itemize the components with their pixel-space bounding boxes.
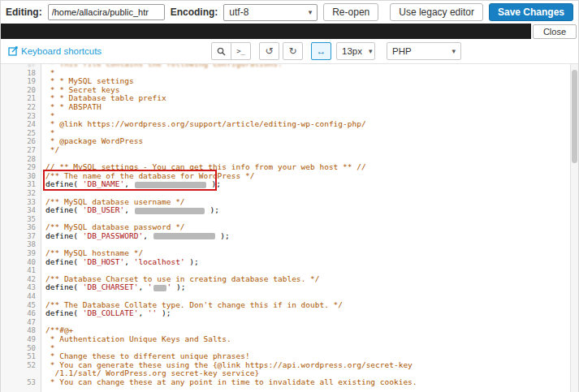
code-line: 40define( 'DB_HOST', 'localhost' ); <box>1 258 578 267</box>
line-number: 35 <box>1 215 41 224</box>
line-number: 37 <box>1 232 41 241</box>
code-token: define( <box>45 205 83 214</box>
line-number: 43 <box>1 283 41 292</box>
line-number: 41 <box>1 266 41 275</box>
code-editor[interactable]: 17 * This file contains the following co… <box>1 64 578 392</box>
code-token: * Authentication Unique Keys and Salts. <box>45 334 231 343</box>
code-token: /** The name of the database for WordPre… <box>45 171 254 180</box>
line-number: 23 <box>1 112 41 121</box>
console-icon: >_ <box>236 47 245 55</box>
line-number: 17 <box>1 64 41 69</box>
code-text: * You can change these at any point in t… <box>41 378 417 387</box>
line-number: 50 <box>1 344 41 353</box>
redo-icon: ↻ <box>289 45 297 57</box>
code-token: * <box>45 111 54 120</box>
code-text: define( 'DB_NAME', ); <box>41 180 221 189</box>
code-token: * * Database table prefix <box>45 93 166 102</box>
code-line: 26 * @package WordPress <box>1 137 578 146</box>
toolbar-controls: >_ ↺ ↻ ↔ 13px ▾ PHP ▾ <box>211 42 461 60</box>
line-number: 51 <box>1 352 41 361</box>
line-number: 45 <box>1 301 41 310</box>
line-number: 42 <box>1 275 41 284</box>
scrollbar[interactable] <box>570 64 578 392</box>
code-token: ); <box>216 231 230 240</box>
code-token: 'DB_NAME' <box>83 179 124 188</box>
code-token: , <box>138 282 147 291</box>
code-token: * * MySQL settings <box>45 76 134 85</box>
code-token: * * ABSPATH <box>45 102 102 111</box>
code-token: /** MySQL database password */ <box>45 222 185 231</box>
code-token: /** Database Charset to use in creating … <box>45 274 319 283</box>
line-number: 30 <box>1 172 41 181</box>
scrollbar-thumb[interactable] <box>572 70 577 163</box>
redacted-value <box>135 182 206 188</box>
font-size-select[interactable]: 13px ▾ <box>336 42 375 60</box>
code-token: , <box>143 231 152 240</box>
chevron-down-icon: ▾ <box>369 47 373 55</box>
code-token: * You can change these at any point in t… <box>45 377 417 386</box>
code-token: define( <box>45 282 83 291</box>
line-number: 27 <box>1 146 41 155</box>
line-number: 40 <box>1 258 41 267</box>
code-text: define( 'DB_HOST', 'localhost' ); <box>41 258 199 267</box>
redacted-value <box>153 233 215 239</box>
line-number: 18 <box>1 69 41 78</box>
undo-button[interactable]: ↺ <box>259 42 279 60</box>
code-token: 'DB_CHARSET' <box>83 282 139 291</box>
wrap-toggle-button[interactable]: ↔ <box>311 42 331 60</box>
syntax-value: PHP <box>392 46 412 56</box>
search-button[interactable] <box>211 42 231 60</box>
redacted-value <box>153 285 166 291</box>
editing-path-input[interactable] <box>48 4 165 20</box>
editor-toolbar: Keyboard shortcuts >_ ↺ ↻ <box>1 39 578 64</box>
code-token: define( <box>45 179 83 188</box>
code-token: /**#@+ <box>45 325 73 334</box>
line-number: 29 <box>1 163 41 172</box>
code-token: , <box>124 257 133 266</box>
redo-button[interactable]: ↻ <box>283 42 303 60</box>
line-number: 31 <box>1 180 41 189</box>
code-text: * @link https://wordpress.org/support/ar… <box>41 120 366 129</box>
code-token: define( <box>45 257 83 266</box>
code-token: /1.1/salt/ WordPress.org secret-key serv… <box>45 368 259 377</box>
code-token: // ** MySQL settings - You can get this … <box>45 162 366 171</box>
line-number: 24 <box>1 120 41 129</box>
code-token: , <box>124 179 133 188</box>
line-number: 44 <box>1 292 41 301</box>
close-button-wrap: Close <box>531 23 578 41</box>
code-token: * Change these to different unique phras… <box>45 351 250 360</box>
use-legacy-editor-button[interactable]: Use legacy editor <box>390 3 483 21</box>
keyboard-shortcuts-link[interactable]: Keyboard shortcuts <box>8 46 102 56</box>
encoding-select[interactable]: utf-8 ▾ <box>223 4 318 21</box>
line-number: 39 <box>1 249 41 258</box>
code-line: 47 <box>1 318 578 327</box>
left-right-arrow-icon: ↔ <box>317 45 326 57</box>
editing-label: Editing: <box>6 6 42 18</box>
code-text: * This file contains the following confi… <box>41 64 283 69</box>
code-text: * Authentication Unique Keys and Salts. <box>41 335 231 344</box>
line-number: 25 <box>1 129 41 138</box>
keyboard-shortcuts-label: Keyboard shortcuts <box>21 46 102 56</box>
syntax-select[interactable]: PHP ▾ <box>387 42 461 60</box>
reopen-button[interactable]: Re-open <box>323 3 378 21</box>
code-text: */ <box>41 146 59 155</box>
code-token: * This file contains the following confi… <box>45 64 283 68</box>
code-line: 53 * You can change these at any point i… <box>1 378 578 387</box>
line-number: 48 <box>1 326 41 335</box>
code-token: , <box>124 205 133 214</box>
line-number: 49 <box>1 335 41 344</box>
line-number: 46 <box>1 309 41 318</box>
line-number: 47 <box>1 318 41 327</box>
save-changes-button[interactable]: Save Changes <box>489 3 573 21</box>
header-bar: Editing: Encoding: utf-8 ▾ Re-open Use l… <box>1 1 578 24</box>
code-token: * * Secret keys <box>45 85 120 94</box>
code-text: define( 'DB_CHARSET', '' ); <box>41 283 186 292</box>
code-token: * You can generate these using the {@lin… <box>45 360 413 369</box>
undo-icon: ↺ <box>266 45 274 57</box>
close-button[interactable]: Close <box>533 24 577 39</box>
code-token: ); <box>185 257 199 266</box>
code-line: 27 */ <box>1 146 578 155</box>
code-token: , <box>138 308 147 317</box>
code-token: 'DB_USER' <box>83 205 124 214</box>
console-button[interactable]: >_ <box>231 42 251 60</box>
